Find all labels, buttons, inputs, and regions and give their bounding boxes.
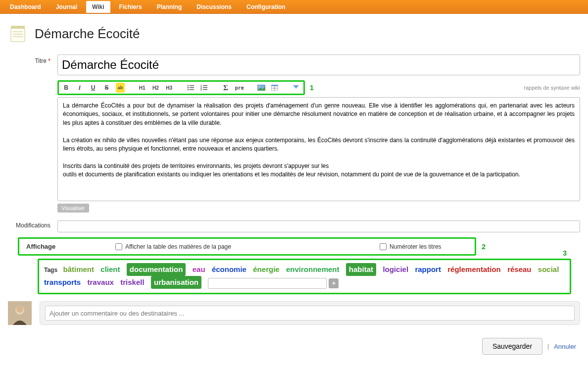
titre-input[interactable]: [57, 54, 580, 75]
syntax-hint-link[interactable]: rappels de syntaxe wiki: [524, 85, 580, 91]
svg-point-9: [188, 89, 189, 91]
svg-text:3: 3: [200, 88, 202, 91]
tag-logiciel[interactable]: logiciel: [383, 264, 408, 275]
tag-bâtiment[interactable]: bâtiment: [63, 264, 94, 275]
svg-rect-6: [190, 85, 194, 86]
table-button[interactable]: [270, 83, 279, 93]
pre-button[interactable]: pre: [235, 83, 244, 93]
tag-eau[interactable]: eau: [193, 264, 205, 275]
tag-économie[interactable]: économie: [212, 264, 246, 275]
formula-button[interactable]: Σ: [221, 83, 230, 93]
h1-button[interactable]: H1: [138, 83, 146, 93]
nav-tab-wiki[interactable]: Wiki: [86, 1, 110, 13]
toc-checkbox-row[interactable]: Afficher la table des matières de la pag…: [115, 243, 231, 250]
more-button[interactable]: [292, 83, 300, 93]
svg-point-18: [258, 86, 260, 88]
strike-button[interactable]: S: [102, 83, 111, 93]
page-header: Démarche Écocité: [8, 24, 580, 44]
tag-input[interactable]: [208, 278, 327, 289]
nav-tab-journal[interactable]: Journal: [50, 1, 83, 13]
add-tag-button[interactable]: +: [329, 278, 339, 288]
tag-transports[interactable]: transports: [44, 276, 81, 288]
tag-triskell[interactable]: triskell: [120, 276, 144, 288]
tag-travaux[interactable]: travaux: [88, 276, 114, 288]
nav-tab-configuration[interactable]: Configuration: [241, 1, 292, 13]
titre-label: Titre *: [8, 54, 57, 64]
svg-rect-0: [11, 28, 25, 42]
nav-tab-dashboard[interactable]: Dashboard: [4, 1, 47, 13]
user-avatar: [8, 301, 32, 325]
callout-2: 2: [482, 243, 486, 251]
tag-réglementation[interactable]: réglementation: [447, 264, 501, 275]
save-button[interactable]: Sauvegarder: [482, 338, 542, 355]
tag-rapport[interactable]: rapport: [415, 264, 441, 275]
nav-tab-discussions[interactable]: Discussions: [191, 1, 238, 13]
modifications-label: Modifications: [8, 220, 57, 229]
nav-tab-fichiers[interactable]: Fichiers: [113, 1, 148, 13]
editor-toolbar: B I U S ab H1 H2 H3 12: [57, 80, 305, 95]
page-title: Démarche Écocité: [35, 26, 140, 42]
affichage-label: Affichage: [26, 243, 115, 250]
callout-3: 3: [563, 249, 567, 257]
image-button[interactable]: [257, 83, 265, 93]
modifications-input[interactable]: [57, 220, 580, 232]
comment-bubble: [40, 301, 580, 325]
underline-button[interactable]: U: [89, 83, 98, 93]
top-nav: DashboardJournalWikiFichiersPlanningDisc…: [0, 0, 588, 14]
number-titles-checkbox[interactable]: [380, 243, 387, 250]
visualiser-button[interactable]: Visualiser: [57, 204, 89, 213]
svg-point-7: [188, 87, 189, 89]
svg-point-25: [16, 306, 23, 313]
svg-point-5: [188, 85, 189, 87]
cancel-link[interactable]: Annuler: [554, 343, 576, 350]
svg-rect-10: [190, 89, 194, 90]
tag-énergie[interactable]: énergie: [253, 264, 279, 275]
svg-rect-8: [190, 87, 194, 88]
tag-documentation[interactable]: documentation: [127, 263, 186, 276]
bold-button[interactable]: B: [62, 83, 70, 93]
tag-environnement[interactable]: environnement: [286, 264, 340, 275]
comment-input[interactable]: [45, 306, 575, 321]
svg-rect-1: [11, 26, 25, 29]
h2-button[interactable]: H2: [151, 83, 160, 93]
number-titles-checkbox-label: Numéroter les titres: [390, 243, 441, 250]
toc-checkbox-label: Afficher la table des matières de la pag…: [125, 243, 231, 250]
tag-client[interactable]: client: [100, 264, 120, 275]
tags-label: Tags: [44, 267, 57, 273]
tags-section: 3 Tags bâtiment client documentation eau…: [38, 259, 571, 294]
tag-social[interactable]: social: [538, 264, 559, 275]
tag-réseau[interactable]: réseau: [507, 264, 531, 275]
affichage-section: Affichage Afficher la table des matières…: [18, 237, 476, 256]
nav-tab-planning[interactable]: Planning: [151, 1, 188, 13]
callout-1: 1: [310, 84, 314, 92]
tag-urbanisation[interactable]: urbanisation: [151, 276, 201, 289]
wiki-page-icon: [8, 24, 28, 44]
svg-rect-14: [203, 87, 207, 88]
tag-habitat[interactable]: habitat: [346, 263, 376, 276]
ol-button[interactable]: 123: [200, 83, 208, 93]
highlight-button[interactable]: ab: [116, 83, 125, 93]
toc-checkbox[interactable]: [115, 243, 122, 250]
ul-button[interactable]: [187, 83, 195, 93]
italic-button[interactable]: I: [75, 83, 84, 93]
svg-rect-12: [203, 85, 207, 86]
h3-button[interactable]: H3: [165, 83, 173, 93]
number-titles-checkbox-row[interactable]: Numéroter les titres: [380, 243, 441, 250]
body-textarea[interactable]: [57, 97, 580, 201]
svg-rect-16: [203, 89, 207, 90]
